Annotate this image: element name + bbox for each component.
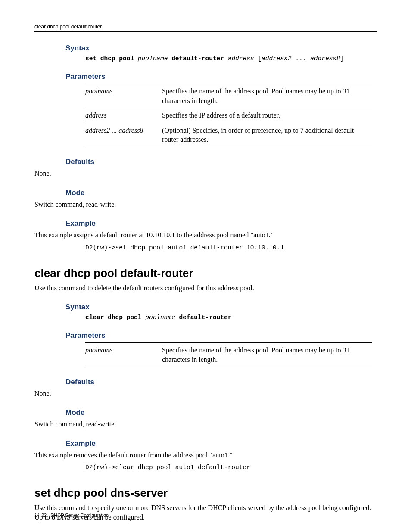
example-intro-2: This example removes the default router … bbox=[34, 451, 377, 460]
example-code-1: D2(rw)->set dhcp pool auto1 default-rout… bbox=[85, 244, 372, 251]
defaults-heading-2: Defaults bbox=[65, 378, 377, 386]
table-row: address2 ... address8 (Optional) Specifi… bbox=[85, 123, 372, 147]
parameters-heading-2: Parameters bbox=[65, 331, 377, 340]
mode-body-1: Switch command, read-write. bbox=[34, 200, 377, 209]
param-name: address2 ... address8 bbox=[85, 123, 162, 147]
mode-heading-1: Mode bbox=[65, 189, 377, 197]
syntax-line-2: clear dhcp pool poolname default-router bbox=[85, 314, 372, 321]
table-row: poolname Specifies the name of the addre… bbox=[85, 343, 372, 367]
syntax-line-1: set dhcp pool poolname default-router ad… bbox=[85, 55, 372, 62]
defaults-heading-1: Defaults bbox=[65, 158, 377, 166]
param-desc: (Optional) Specifies, in order of prefer… bbox=[162, 123, 372, 147]
footer-page-number: 14-22 bbox=[34, 513, 47, 518]
table-row: address Specifies the IP address of a de… bbox=[85, 108, 372, 123]
example-intro-1: This example assigns a default router at… bbox=[34, 230, 377, 240]
param-name: poolname bbox=[85, 343, 162, 367]
syntax-heading-1: Syntax bbox=[65, 44, 377, 53]
parameters-table-1: poolname Specifies the name of the addre… bbox=[85, 84, 372, 147]
running-header: clear dhcp pool default-router bbox=[34, 24, 377, 32]
page-footer: 14-22 DHCP Server Configuration bbox=[34, 513, 109, 518]
syntax-heading-2: Syntax bbox=[65, 303, 377, 311]
defaults-body-1: None. bbox=[34, 169, 377, 178]
example-heading-2: Example bbox=[65, 439, 377, 448]
parameters-table-2: poolname Specifies the name of the addre… bbox=[85, 342, 372, 367]
command-title-clear: clear dhcp pool default-router bbox=[34, 267, 377, 280]
param-desc: Specifies the IP address of a default ro… bbox=[162, 108, 372, 123]
mode-heading-2: Mode bbox=[65, 408, 377, 417]
parameters-heading-1: Parameters bbox=[65, 72, 377, 81]
param-name: poolname bbox=[85, 84, 162, 108]
param-desc: Specifies the name of the address pool. … bbox=[162, 343, 372, 367]
param-name: address bbox=[85, 108, 162, 123]
command-title-dns: set dhcp pool dns-server bbox=[34, 486, 377, 500]
mode-body-2: Switch command, read-write. bbox=[34, 420, 377, 429]
command-intro-clear: Use this command to delete the default r… bbox=[34, 283, 377, 293]
example-code-2: D2(rw)->clear dhcp pool auto1 default-ro… bbox=[85, 464, 372, 471]
footer-chapter: DHCP Server Configuration bbox=[50, 513, 109, 518]
table-row: poolname Specifies the name of the addre… bbox=[85, 84, 372, 108]
example-heading-1: Example bbox=[65, 219, 377, 228]
defaults-body-2: None. bbox=[34, 389, 377, 398]
param-desc: Specifies the name of the address pool. … bbox=[162, 84, 372, 108]
